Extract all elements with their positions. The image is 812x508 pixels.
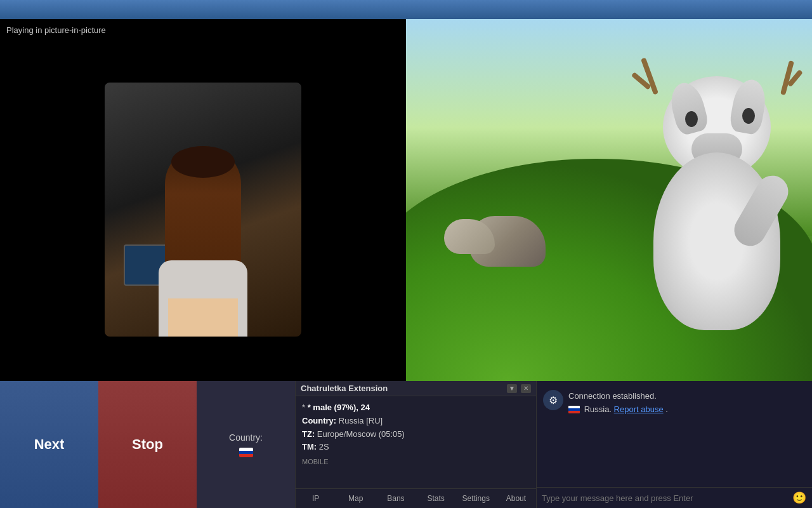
bans-button[interactable]: Bans: [376, 491, 416, 505]
extension-close-button[interactable]: ✕: [521, 384, 531, 393]
webcam-thumbnail: [105, 83, 301, 337]
emoji-button[interactable]: 🙂: [792, 490, 807, 505]
main-video-area: Playing in picture-in-picture: [0, 19, 812, 381]
extension-controls: ▼ ✕: [507, 384, 531, 393]
report-abuse-link[interactable]: Report abuse: [614, 404, 664, 414]
bottom-control-bar: Next Stop Country: Chatruletka Extension…: [0, 381, 812, 508]
country-section[interactable]: Country:: [197, 381, 295, 508]
connection-established: Connection established.: [568, 391, 657, 401]
legs: [168, 298, 238, 337]
user-tz: Europe/Moscow (05:05): [317, 429, 405, 439]
extension-panel: Chatruletka Extension ▼ ✕ * * male (97%)…: [295, 381, 536, 508]
user-mobile-label: MOBILE: [302, 457, 530, 468]
person-silhouette: [140, 133, 266, 337]
user-gender-line: * * male (97%), 24: [302, 401, 530, 415]
ip-button[interactable]: IP: [296, 491, 336, 505]
right-video-panel: [406, 19, 812, 381]
extension-body: * * male (97%), 24 Country: Russia [RU] …: [296, 396, 536, 488]
user-country-value: Russia [RU]: [339, 416, 383, 425]
creature-ear-left: [666, 79, 710, 137]
stop-button[interactable]: Stop: [98, 381, 197, 508]
connection-message: ⚙ Connection established. Russia. Report…: [543, 386, 806, 420]
country-label: Country:: [229, 432, 263, 443]
creature-eye-right: [742, 108, 755, 124]
user-country-line: Country: Russia [RU]: [302, 415, 530, 428]
chat-input[interactable]: [542, 493, 788, 503]
country-flag-icon[interactable]: [239, 448, 253, 457]
map-button[interactable]: Map: [336, 491, 376, 505]
creature-ear-right: [728, 77, 769, 135]
left-video-panel: Playing in picture-in-picture: [0, 19, 406, 381]
connection-country: Russia.: [584, 404, 612, 414]
user-gender: * male (97%), 24: [308, 403, 370, 412]
about-button[interactable]: About: [496, 491, 536, 505]
user-info: * * male (97%), 24 Country: Russia [RU] …: [302, 401, 530, 468]
extension-footer: IP Map Bans Stats Settings About: [296, 488, 536, 508]
top-bar: [0, 0, 812, 19]
pip-label: Playing in picture-in-picture: [6, 25, 106, 35]
chat-panel: ⚙ Connection established. Russia. Report…: [536, 381, 812, 508]
extension-header: Chatruletka Extension ▼ ✕: [296, 381, 536, 396]
russia-flag-small: [568, 406, 580, 413]
animated-creature: [634, 76, 799, 330]
chat-input-row: 🙂: [537, 487, 812, 508]
stats-button[interactable]: Stats: [416, 491, 456, 505]
extension-title: Chatruletka Extension: [301, 384, 388, 393]
chat-gear-icon: ⚙: [543, 390, 563, 410]
next-button[interactable]: Next: [0, 381, 98, 508]
chat-messages: ⚙ Connection established. Russia. Report…: [537, 381, 812, 487]
user-tm-line: TM: 2S: [302, 441, 530, 454]
settings-button[interactable]: Settings: [456, 491, 496, 505]
connection-text: Connection established. Russia. Report a…: [568, 390, 668, 417]
creature-eye-left: [685, 111, 698, 127]
extension-minimize-button[interactable]: ▼: [507, 384, 517, 393]
user-tz-line: TZ: Europe/Moscow (05:05): [302, 428, 530, 441]
user-tm: 2S: [319, 442, 329, 451]
